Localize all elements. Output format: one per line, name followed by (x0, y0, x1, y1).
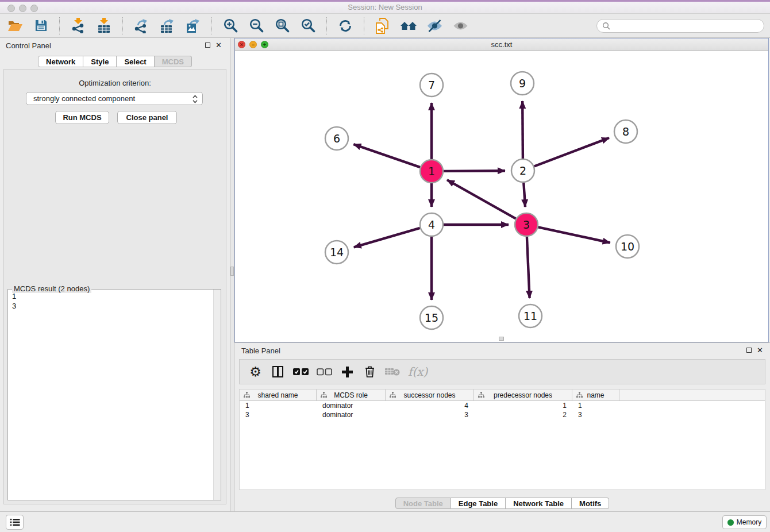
tab-select[interactable]: Select (117, 56, 154, 67)
edge-2-3[interactable] (523, 183, 525, 207)
column-header-name[interactable]: name (572, 390, 619, 400)
list-icon (10, 518, 20, 526)
edge-2-9[interactable] (522, 101, 523, 159)
column-label: predecessor nodes (494, 391, 552, 399)
float-panel-icon[interactable] (205, 43, 210, 48)
zoom-in-icon[interactable] (221, 17, 240, 35)
network-window-title: scc.txt (235, 38, 768, 51)
window-minimize-button[interactable] (19, 5, 26, 12)
node-4[interactable]: 4 (420, 213, 443, 236)
export-image-icon[interactable] (184, 17, 202, 35)
tab-network[interactable]: Network (38, 56, 83, 67)
edge-2-8[interactable] (534, 138, 609, 167)
table-tab-node-table[interactable]: Node Table (395, 498, 451, 509)
tab-mcds[interactable]: MCDS (155, 56, 192, 67)
refresh-icon[interactable] (336, 17, 355, 35)
frame-close-icon[interactable]: ✕ (238, 41, 245, 48)
hierarchy-icon (244, 392, 250, 398)
close-panel-icon[interactable]: ✕ (215, 41, 222, 49)
toolbar-separator (211, 17, 212, 34)
import-network-icon[interactable] (69, 17, 87, 35)
hierarchy-icon (390, 392, 396, 398)
node-2[interactable]: 2 (511, 159, 534, 182)
window-splitter-handle[interactable] (499, 337, 504, 341)
node-1[interactable]: 1 (420, 160, 443, 183)
column-header-mcds-role[interactable]: MCDS role (317, 390, 386, 400)
edge-3-10[interactable] (538, 227, 610, 242)
edge-3-11[interactable] (527, 237, 530, 298)
settings-icon[interactable]: ⚙ (248, 364, 263, 379)
search-icon (602, 22, 610, 30)
import-table-icon[interactable] (95, 17, 113, 35)
network-graph[interactable]: 7968124310141511 (235, 51, 768, 342)
zoom-fit-icon[interactable] (273, 17, 291, 35)
splitter-handle[interactable] (230, 267, 234, 276)
column-header-successor-nodes[interactable]: successor nodes (386, 390, 474, 400)
edge-3-1[interactable] (447, 180, 516, 219)
network-window-titlebar[interactable]: ✕ − + scc.txt (235, 38, 768, 51)
float-panel-icon[interactable] (746, 348, 752, 353)
deselect-all-icon[interactable] (317, 364, 332, 379)
edge-4-14[interactable] (354, 228, 420, 247)
node-label: 11 (523, 310, 537, 322)
search-input[interactable] (613, 21, 759, 30)
close-panel-icon[interactable]: ✕ (757, 346, 763, 354)
task-history-button[interactable] (6, 515, 24, 530)
node-8[interactable]: 8 (614, 120, 637, 143)
result-line: 3 (12, 301, 217, 311)
show-all-icon[interactable] (451, 17, 469, 35)
zoom-out-icon[interactable] (247, 17, 265, 35)
function-builder-icon[interactable]: f(x) (408, 364, 428, 379)
node-14[interactable]: 14 (325, 241, 348, 264)
first-neighbors-icon[interactable] (399, 17, 418, 35)
network-from-file-icon[interactable] (374, 17, 392, 35)
tab-style[interactable]: Style (83, 56, 117, 67)
export-network-icon[interactable] (132, 17, 151, 35)
node-6[interactable]: 6 (325, 127, 348, 150)
frame-minimize-icon[interactable]: − (249, 41, 257, 48)
frame-maximize-icon[interactable]: + (261, 41, 268, 48)
mcds-result-box[interactable]: 1 3 (7, 289, 221, 500)
zoom-selected-icon[interactable] (299, 17, 317, 35)
close-panel-button[interactable]: Close panel (117, 111, 177, 124)
node-10[interactable]: 10 (616, 235, 639, 258)
destroy-column-icon[interactable] (385, 364, 400, 379)
mcds-panel: Optimization criterion: strongly connect… (3, 69, 226, 504)
save-icon[interactable] (32, 17, 50, 35)
table-tab-network-table[interactable]: Network Table (506, 498, 572, 509)
result-scrollbar[interactable] (213, 290, 221, 500)
panel-splitter[interactable] (230, 38, 234, 511)
node-9[interactable]: 9 (511, 72, 534, 95)
run-mcds-button[interactable]: Run MCDS (55, 111, 109, 124)
memory-button[interactable]: Memory (722, 515, 767, 529)
delete-column-icon[interactable] (363, 364, 377, 379)
add-column-icon[interactable] (340, 364, 355, 379)
node-label: 10 (621, 240, 634, 253)
node-7[interactable]: 7 (420, 74, 443, 97)
table-row[interactable]: 3dominator323 (240, 410, 765, 419)
edge-1-2[interactable] (444, 171, 505, 171)
select-all-icon[interactable] (293, 364, 309, 379)
table-tab-edge-table[interactable]: Edge Table (451, 498, 506, 509)
open-icon[interactable] (6, 17, 24, 35)
column-header-shared-name[interactable]: shared name (240, 390, 317, 400)
node-label: 4 (428, 218, 435, 231)
column-header-predecessor-nodes[interactable]: predecessor nodes (474, 390, 572, 400)
node-3[interactable]: 3 (515, 213, 538, 236)
table-body: 1dominator4113dominator323 (240, 401, 765, 419)
show-columns-icon[interactable] (271, 364, 285, 379)
criterion-select[interactable]: strongly connected component (26, 92, 203, 105)
table-panel-title: Table Panel (241, 346, 280, 355)
table-tabs: Node TableEdge TableNetwork TableMotifs (234, 498, 770, 509)
window-zoom-button[interactable] (30, 5, 38, 12)
table-row[interactable]: 1dominator411 (240, 401, 765, 410)
node-11[interactable]: 11 (519, 304, 542, 327)
window-close-button[interactable] (7, 5, 15, 12)
node-label: 15 (425, 311, 438, 324)
node-15[interactable]: 15 (420, 306, 443, 329)
export-table-icon[interactable] (158, 17, 176, 35)
control-panel-header: Control Panel ✕ (0, 38, 230, 54)
edge-1-6[interactable] (353, 144, 420, 167)
table-tab-motifs[interactable]: Motifs (572, 498, 609, 509)
hide-selected-icon[interactable] (425, 17, 444, 35)
